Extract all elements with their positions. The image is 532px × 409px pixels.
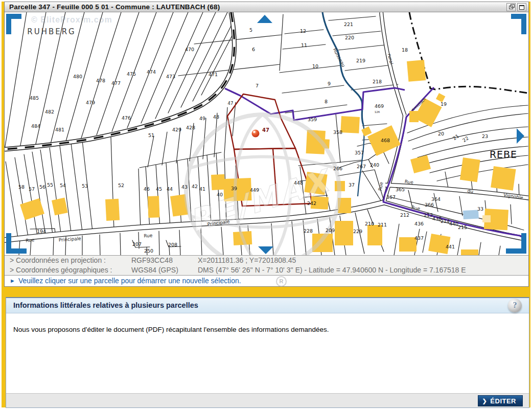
parcel-number: 208 — [168, 242, 177, 247]
parcel-number: 471 — [209, 72, 218, 77]
parcel-number: 480 — [73, 74, 82, 79]
parcel-number: 9 — [328, 81, 331, 86]
instruction-message: ►Veuillez cliquer sur une parcelle pour … — [5, 276, 528, 286]
panel-title: Informations littérales relatives à plus… — [13, 301, 198, 309]
parcel-number: 33 — [477, 206, 483, 212]
parcel-number: 477 — [111, 80, 121, 86]
parcel-number: 358 — [333, 129, 342, 135]
parcel-number: 37 — [349, 182, 355, 188]
parcel-number: 49 — [199, 116, 205, 121]
parcel-number: 45 — [156, 186, 162, 192]
street-label: du — [467, 188, 474, 194]
copyright-watermark: © EliteProxim.com — [31, 15, 112, 25]
parcel-number: 448 — [294, 180, 303, 186]
parcel-number: 43 — [181, 184, 188, 190]
cadastral-map[interactable]: RE/MAX RUHBERGREBE RuePrincipaleRuePrinc… — [5, 12, 528, 255]
parcel-number: 470 — [185, 47, 194, 52]
message-arrow-icon: ► — [10, 278, 15, 284]
parcel-number: 12 — [300, 28, 306, 34]
restore-window-button[interactable] — [506, 3, 516, 11]
parcel-number: 210 — [365, 221, 374, 226]
parcel-number: 212 — [400, 212, 409, 218]
parcel-number: 52 — [118, 183, 124, 188]
parcel-number: 126 — [375, 110, 380, 113]
parcel-number: 55 — [47, 182, 53, 188]
window-titlebar: Parcelle 347 - Feuille 000 5 01 - Commun… — [5, 2, 528, 12]
map-viewer: Parcelle 347 - Feuille 000 5 01 - Commun… — [4, 2, 529, 287]
parcel-number: 440 — [449, 221, 458, 226]
maximize-window-button[interactable] — [517, 3, 526, 11]
parcel-number: 367 — [386, 194, 396, 200]
parcel-number: 207 — [132, 241, 142, 247]
parcel-number: 46 — [144, 186, 150, 192]
parcel-number: 267 — [357, 164, 366, 169]
parcel-number: 220 — [345, 35, 354, 40]
chevron-right-icon: ❯ — [482, 398, 488, 404]
registered-trademark-icon: R — [276, 276, 287, 287]
panel-body-text: Nous vous proposons d'éditer le document… — [6, 313, 529, 333]
parcel-number: 476 — [122, 115, 131, 121]
geographic-system: WGS84 (GPS) — [131, 265, 178, 275]
message-text: Veuillez cliquer sur une parcelle pour d… — [18, 277, 241, 285]
projection-system: RGF93CC48 — [131, 256, 173, 265]
help-button[interactable]: ? — [508, 299, 522, 312]
place-label: RUHBERG — [27, 27, 76, 36]
street-label: Rue — [404, 179, 414, 185]
parcel-number: 194 — [37, 229, 46, 234]
parcel-number: 482 — [45, 109, 54, 115]
parcel-number: 449 — [250, 187, 259, 193]
parcel-number: 366 — [425, 202, 434, 208]
parcel-number: 428 — [186, 125, 195, 130]
geographic-value: DMS (47° 56' 26'' N - 7° 10' 3'' E) - La… — [198, 265, 466, 275]
panel-footer: ❯ ÉDITER — [6, 393, 529, 407]
parcel-number: 473 — [166, 74, 175, 79]
parcel-number: 214 — [441, 218, 450, 224]
parcel-number: 219 — [356, 58, 365, 63]
parcel-number: 41 — [199, 186, 205, 192]
parcel-number: 5 — [249, 27, 252, 33]
parcel-number: 437 — [414, 235, 424, 241]
parcel-number: 242 — [307, 200, 316, 206]
info-panel: Informations littérales relatives à plus… — [6, 297, 529, 408]
parcel-number: 359 — [308, 117, 317, 122]
parcel-number: 228 — [304, 228, 313, 234]
parcel-number: 485 — [30, 95, 39, 101]
place-label: REBE — [490, 149, 517, 160]
editer-button[interactable]: ❯ ÉDITER — [478, 395, 523, 406]
street-label: Rue — [26, 237, 35, 243]
parcel-number: 266 — [333, 166, 342, 171]
parcel-number: 51 — [148, 132, 154, 138]
parcel-number: 8 — [325, 99, 328, 104]
street-label: Rue — [144, 233, 153, 239]
parcel-number: 213 — [424, 212, 433, 218]
parcel-number: 479 — [86, 100, 95, 105]
info-panel-header: Informations littérales relatives à plus… — [6, 298, 529, 313]
parcel-number: 218 — [373, 79, 382, 84]
parcel-number: 357 — [355, 150, 364, 155]
parcel-number: 475 — [127, 71, 136, 77]
parcel-number: 469 — [375, 103, 384, 109]
parcel-number: 468 — [381, 138, 390, 143]
parcel-number: 7 — [256, 83, 259, 88]
parcel-number: 23 — [482, 133, 488, 139]
parcel-number: 221 — [344, 21, 353, 27]
parcel-number: 481 — [55, 127, 64, 132]
parcel-number: 484 — [31, 123, 40, 129]
parcel-number: 365 — [396, 187, 405, 192]
parcel-number: 250 — [144, 248, 153, 254]
building-blue — [463, 210, 479, 219]
parcel-number: 474 — [147, 69, 156, 75]
parcel-number: 42 — [192, 184, 198, 189]
parcel-number: 215 — [458, 224, 467, 230]
parcel-number: 229 — [353, 229, 362, 234]
parcel-number: 436 — [414, 221, 424, 226]
editer-button-label: ÉDITER — [490, 397, 516, 405]
parcel-number: 40 — [217, 192, 223, 197]
parcel-number: 209 — [326, 228, 335, 233]
parcel-number: 56 — [39, 184, 45, 190]
parcel-number: 57 — [29, 186, 35, 192]
geographic-label: > Coordonnées géographiques : — [10, 265, 112, 275]
maximize-icon — [519, 5, 524, 10]
projection-label: > Coordonnées en projection : — [10, 256, 106, 265]
coordinates-strip: > Coordonnées en projection : RGF93CC48 … — [5, 255, 528, 276]
